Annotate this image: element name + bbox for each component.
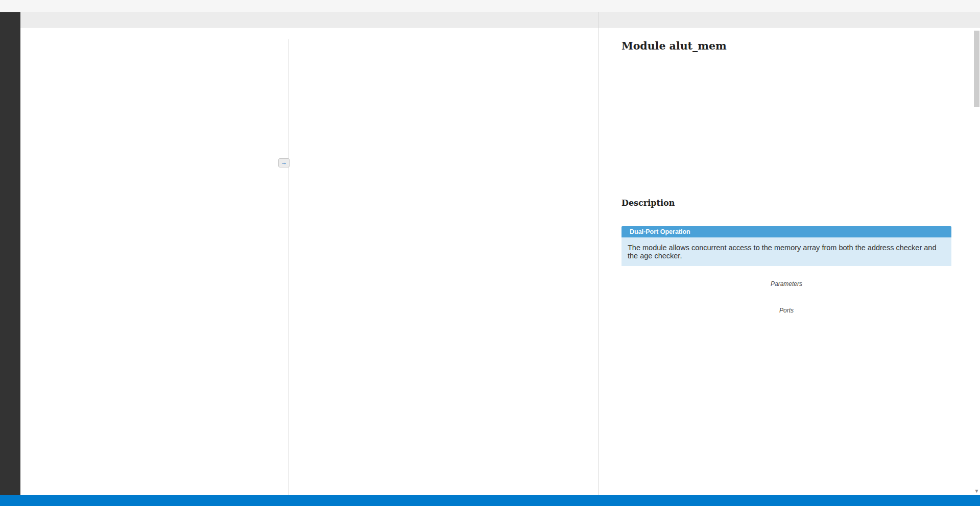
- specador-preview-content: Module alut_mem Description Dual-Port Op…: [599, 28, 980, 495]
- description-heading: Description: [622, 198, 951, 208]
- status-bar: [0, 495, 980, 506]
- parameters-caption: Parameters: [622, 280, 951, 287]
- diff-pane-modified[interactable]: [289, 39, 599, 495]
- scroll-down-arrow-icon[interactable]: ▼: [973, 488, 980, 494]
- preview-editor-group: Module alut_mem Description Dual-Port Op…: [599, 12, 980, 495]
- diff-navigate-arrow-icon[interactable]: →: [278, 158, 290, 167]
- admonition-note: Dual-Port Operation The module allows co…: [622, 226, 951, 266]
- preview-tab-bar: [599, 12, 980, 28]
- diff-pane-original[interactable]: [20, 39, 289, 495]
- vscode-window: → Module alut_mem Description Dual-Port: [0, 0, 980, 506]
- module-title: Module alut_mem: [622, 40, 951, 52]
- preview-scrollbar[interactable]: ▼: [973, 28, 980, 495]
- note-body: The module allows concurrent access to t…: [622, 237, 951, 266]
- diff-editor-group: →: [20, 12, 599, 495]
- activity-bar: [0, 12, 20, 495]
- block-diagram: [622, 56, 951, 185]
- breadcrumb[interactable]: [20, 28, 599, 39]
- menu-bar: [0, 0, 980, 12]
- editor-tab-bar: [20, 12, 599, 28]
- note-title: Dual-Port Operation: [630, 228, 690, 235]
- ports-caption: Ports: [622, 307, 951, 314]
